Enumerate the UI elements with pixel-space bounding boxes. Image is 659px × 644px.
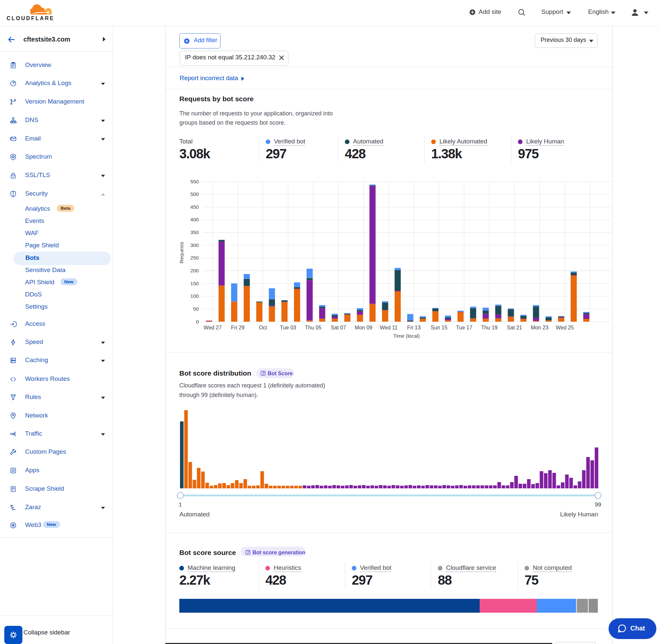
svg-text:Oct: Oct: [259, 325, 267, 330]
svg-text:100: 100: [190, 293, 199, 299]
svg-text:Sat 07: Sat 07: [331, 325, 346, 330]
svg-text:500: 500: [190, 191, 199, 197]
svg-text:99: 99: [595, 502, 601, 508]
svg-text:1: 1: [179, 502, 182, 508]
svg-text:Mon 09: Mon 09: [355, 325, 372, 330]
svg-text:Tue 17: Tue 17: [456, 325, 472, 330]
svg-text:350: 350: [190, 230, 199, 235]
svg-text:Fri 13: Fri 13: [407, 325, 421, 330]
svg-text:Thu 19: Thu 19: [481, 325, 497, 330]
svg-text:Wed 25: Wed 25: [556, 325, 574, 330]
svg-text:Wed 27: Wed 27: [204, 325, 222, 330]
svg-text:50: 50: [193, 306, 199, 312]
svg-text:Thu 05: Thu 05: [305, 325, 322, 330]
svg-text:Time (local): Time (local): [393, 333, 420, 339]
svg-text:150: 150: [190, 281, 199, 286]
svg-text:Automated: Automated: [179, 511, 210, 518]
svg-text:Tue 03: Tue 03: [280, 325, 296, 330]
svg-text:250: 250: [190, 255, 199, 260]
svg-text:Likely Human: Likely Human: [560, 511, 598, 518]
svg-text:Requests: Requests: [179, 242, 184, 263]
svg-text:Sun 15: Sun 15: [430, 325, 447, 330]
svg-text:550: 550: [190, 179, 199, 184]
svg-text:300: 300: [190, 243, 199, 248]
svg-text:Sat 21: Sat 21: [507, 325, 522, 330]
svg-text:450: 450: [190, 204, 199, 210]
svg-text:200: 200: [190, 268, 199, 273]
svg-text:Fri 29: Fri 29: [231, 325, 244, 330]
svg-text:Mon 23: Mon 23: [531, 325, 548, 330]
svg-text:Wed 11: Wed 11: [380, 325, 398, 330]
svg-text:400: 400: [190, 217, 199, 222]
svg-text:0: 0: [196, 319, 199, 324]
